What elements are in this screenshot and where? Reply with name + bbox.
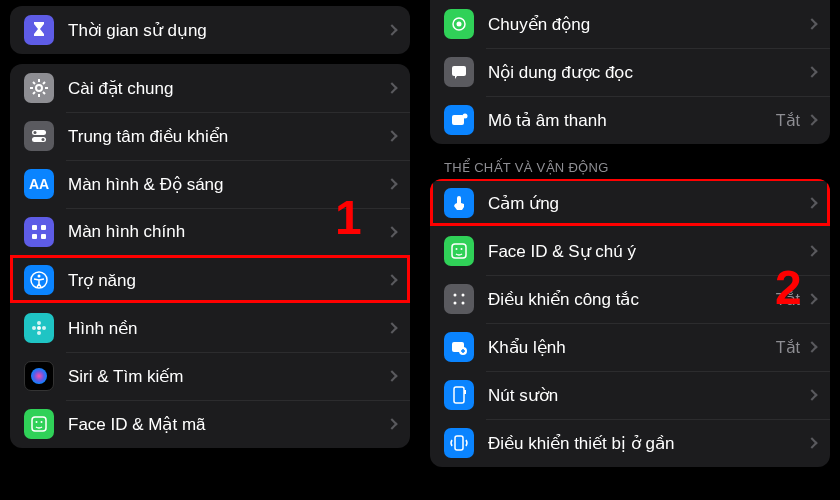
row-label: Nội dung được đọc [488, 62, 808, 83]
svg-point-16 [31, 368, 47, 384]
chevron-right-icon [386, 130, 397, 141]
svg-point-15 [42, 326, 46, 330]
svg-point-31 [462, 302, 465, 305]
svg-point-27 [461, 248, 463, 250]
chevron-right-icon [806, 245, 817, 256]
aa-icon: AA [24, 169, 54, 199]
svg-point-0 [36, 85, 42, 91]
chevron-right-icon [386, 178, 397, 189]
settings-row-trung-t-m-i-u-khi-n[interactable]: Trung tâm điều khiển [10, 112, 410, 160]
settings-row-chuy-n-ng[interactable]: Chuyển động [430, 0, 830, 48]
gear-icon [24, 73, 54, 103]
left-panel: Thời gian sử dụng Cài đặt chungTrung tâm… [0, 0, 420, 500]
settings-row-m-n-h-nh-s-ng[interactable]: AAMàn hình & Độ sáng [10, 160, 410, 208]
svg-point-11 [37, 326, 41, 330]
section-header-physical: THỂ CHẤT VÀ VẬN ĐỘNG [430, 154, 830, 179]
motion-icon [444, 9, 474, 39]
svg-rect-35 [464, 390, 466, 394]
settings-row-c-i-t-chung[interactable]: Cài đặt chung [10, 64, 410, 112]
chevron-right-icon [806, 293, 817, 304]
svg-point-19 [41, 421, 43, 423]
row-label: Trợ năng [68, 270, 388, 291]
svg-point-18 [36, 421, 38, 423]
row-label: Màn hình & Độ sáng [68, 174, 388, 195]
row-label: Điều khiển công tắc [488, 289, 776, 310]
chevron-right-icon [386, 274, 397, 285]
settings-row-h-nh-n-n[interactable]: Hình nền [10, 304, 410, 352]
group-vision: Chuyển độngNội dung được đọcMô tả âm tha… [430, 0, 830, 144]
svg-point-21 [457, 22, 462, 27]
chevron-right-icon [806, 389, 817, 400]
svg-point-4 [42, 138, 45, 141]
svg-point-14 [32, 326, 36, 330]
row-label: Hình nền [68, 318, 388, 339]
touch-icon [444, 188, 474, 218]
group-physical: Cảm ứngFace ID & Sự chú ýĐiều khiển công… [430, 179, 830, 467]
svg-point-13 [37, 331, 41, 335]
row-label: Chuyển động [488, 14, 808, 35]
svg-rect-23 [452, 115, 464, 125]
settings-row-face-id-m-t-m-[interactable]: Face ID & Mật mã [10, 400, 410, 448]
row-label: Mô tả âm thanh [488, 110, 776, 131]
settings-row-m-t-m-thanh[interactable]: Mô tả âm thanhTắt [430, 96, 830, 144]
flower-icon [24, 313, 54, 343]
svg-rect-6 [41, 225, 46, 230]
settings-row-c-m-ng[interactable]: Cảm ứng [430, 179, 830, 227]
chevron-right-icon [386, 82, 397, 93]
row-label: Khẩu lệnh [488, 337, 776, 358]
chevron-right-icon [386, 24, 397, 35]
settings-row-m-n-h-nh-ch-nh[interactable]: Màn hình chính [10, 208, 410, 256]
chevron-right-icon [806, 18, 817, 29]
hourglass-icon [24, 15, 54, 45]
row-label: Điều khiển thiết bị ở gần [488, 433, 808, 454]
svg-rect-34 [454, 387, 464, 403]
row-label: Face ID & Mật mã [68, 414, 388, 435]
audio-icon [444, 105, 474, 135]
svg-rect-22 [452, 66, 466, 76]
svg-point-28 [454, 294, 457, 297]
settings-row-tr-n-ng[interactable]: Trợ năng [10, 256, 410, 304]
group-screentime: Thời gian sử dụng [10, 6, 410, 54]
svg-rect-8 [41, 234, 46, 239]
faceid-icon [444, 236, 474, 266]
row-label: Cài đặt chung [68, 78, 388, 99]
svg-rect-5 [32, 225, 37, 230]
chevron-right-icon [386, 322, 397, 333]
settings-row-face-id-s-ch-[interactable]: Face ID & Sự chú ý [430, 227, 830, 275]
svg-point-29 [462, 294, 465, 297]
settings-row--i-u-khi-n-thi-t-b-g-n[interactable]: Điều khiển thiết bị ở gần [430, 419, 830, 467]
toggles-icon [24, 121, 54, 151]
row-value: Tắt [776, 338, 800, 357]
row-label: Siri & Tìm kiếm [68, 366, 388, 387]
row-label: Face ID & Sự chú ý [488, 241, 808, 262]
settings-row-siri-t-m-ki-m[interactable]: Siri & Tìm kiếm [10, 352, 410, 400]
group-settings: Cài đặt chungTrung tâm điều khiểnAAMàn h… [10, 64, 410, 448]
row-label: Màn hình chính [68, 222, 388, 242]
svg-point-24 [463, 114, 468, 119]
svg-rect-25 [452, 244, 466, 258]
settings-row--i-u-khi-n-c-ng-t-c[interactable]: Điều khiển công tắcTắt [430, 275, 830, 323]
svg-point-12 [37, 321, 41, 325]
sidebtn-icon [444, 380, 474, 410]
settings-row-n-t-s-n[interactable]: Nút sườn [430, 371, 830, 419]
speech-icon [444, 57, 474, 87]
row-value: Tắt [776, 290, 800, 309]
settings-row-n-i-dung-c-c[interactable]: Nội dung được đọc [430, 48, 830, 96]
svg-point-3 [34, 131, 37, 134]
svg-point-26 [456, 248, 458, 250]
nearby-icon [444, 428, 474, 458]
siri-icon [24, 361, 54, 391]
row-label: Trung tâm điều khiển [68, 126, 388, 147]
svg-point-30 [454, 302, 457, 305]
svg-rect-7 [32, 234, 37, 239]
chevron-right-icon [806, 114, 817, 125]
accessibility-icon [24, 265, 54, 295]
switch-icon [444, 284, 474, 314]
settings-row-th-i-gian-s-d-ng[interactable]: Thời gian sử dụng [10, 6, 410, 54]
row-value: Tắt [776, 111, 800, 130]
settings-row-kh-u-l-nh[interactable]: Khẩu lệnhTắt [430, 323, 830, 371]
chevron-right-icon [806, 437, 817, 448]
chevron-right-icon [386, 370, 397, 381]
row-label: Nút sườn [488, 385, 808, 406]
right-panel: Chuyển độngNội dung được đọcMô tả âm tha… [420, 0, 840, 500]
